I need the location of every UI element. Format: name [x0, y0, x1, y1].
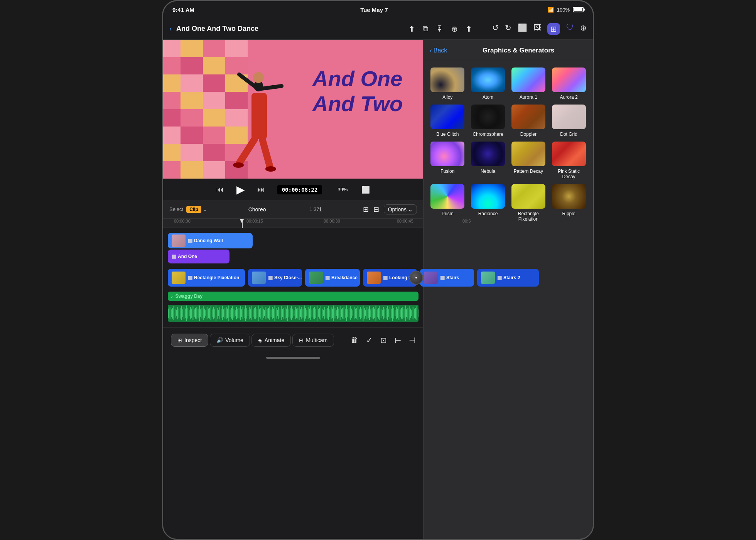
gen-item-pink-static[interactable]: Pink Static Decay	[551, 142, 587, 179]
gen-item-doppler[interactable]: Doppler	[511, 105, 547, 137]
split-icon[interactable]: ⊟	[373, 205, 379, 214]
gen-item-pattern-decay[interactable]: Pattern Decay	[511, 142, 547, 179]
video-preview: And One And Two	[163, 40, 423, 179]
svg-rect-232	[409, 306, 410, 320]
panel-back-button[interactable]: ‹ Back	[430, 47, 447, 54]
svg-rect-10	[181, 74, 203, 92]
svg-rect-71	[203, 306, 204, 320]
stairs-clip[interactable]: ⬜ Stairs	[420, 269, 474, 287]
svg-rect-57	[185, 309, 186, 318]
rect-pix-clip[interactable]: ⬜ Rectangle Pixelation	[168, 269, 245, 287]
delete-icon[interactable]: 🗑	[351, 336, 358, 344]
gen-item-dot-grid[interactable]: Dot Grid	[551, 105, 587, 137]
gen-item-rect-pix[interactable]: Rectangle Pixelation	[511, 184, 547, 222]
svg-rect-121	[267, 309, 268, 318]
gen-item-atom[interactable]: Atom	[470, 68, 506, 100]
volume-label: Volume	[225, 337, 243, 343]
confirm-icon[interactable]: ✓	[366, 336, 373, 345]
svg-rect-122	[268, 308, 269, 319]
share-icon[interactable]: ⬆	[466, 24, 472, 34]
skip-forward-button[interactable]: ⏭	[257, 185, 265, 194]
gen-item-blue-glitch[interactable]: Blue Glitch	[430, 105, 466, 137]
upload-icon[interactable]: ⬆	[408, 24, 415, 34]
options-button[interactable]: Options ⌄	[384, 204, 417, 214]
inspect-button[interactable]: ⊞ Inspect	[171, 334, 208, 347]
svg-rect-114	[258, 305, 258, 321]
svg-rect-181	[344, 307, 344, 319]
audio-note-icon: ♪	[171, 294, 173, 299]
svg-rect-141	[292, 309, 293, 318]
screen-icon[interactable]: ⧉	[423, 24, 428, 33]
svg-rect-2	[181, 40, 203, 57]
svg-rect-162	[319, 308, 320, 319]
gen-item-fusion[interactable]: Fusion	[430, 142, 466, 179]
aspect-icon[interactable]: ⬜	[361, 186, 370, 194]
trim-icon[interactable]: ⊞	[363, 205, 369, 214]
svg-rect-70	[202, 308, 202, 319]
svg-rect-135	[285, 307, 285, 319]
playback-controls: ⏮ ▶ ⏭ 00:00:08:22 39% ⬜	[163, 179, 423, 200]
stairs2-icon: ⬜	[497, 276, 502, 280]
svg-rect-46	[171, 309, 172, 317]
protect-icon[interactable]: 🛡	[566, 23, 574, 35]
play-button[interactable]: ▶	[236, 183, 245, 196]
svg-rect-221	[395, 310, 395, 316]
mic-icon[interactable]: 🎙	[436, 24, 444, 33]
right-panel: ‹ Back Graphics & Generators Alloy Atom …	[423, 40, 593, 539]
and-one-clip[interactable]: ⬜ And One	[168, 250, 230, 263]
looking-up-clip[interactable]: ⬜ Looking Up	[363, 269, 417, 287]
svg-rect-188	[353, 310, 353, 316]
redo-icon[interactable]: ↻	[505, 23, 511, 35]
svg-rect-124	[271, 309, 272, 317]
generators-icon[interactable]: ⊞	[547, 23, 560, 35]
more-options-icon[interactable]: ⊕	[580, 23, 587, 35]
gen-item-aurora2[interactable]: Aurora 2	[551, 68, 587, 100]
svg-rect-158	[314, 307, 315, 319]
volume-button[interactable]: 🔊 Volume	[210, 334, 250, 347]
svg-rect-152	[306, 310, 307, 316]
stairs2-clip[interactable]: ⬜ Stairs 2	[477, 269, 539, 287]
svg-rect-56	[184, 307, 184, 319]
trim-left-icon[interactable]: ⊡	[380, 336, 387, 345]
svg-rect-175	[336, 310, 337, 316]
svg-rect-84	[219, 307, 220, 319]
svg-rect-127	[275, 305, 275, 321]
animate-button[interactable]: ◈ Animate	[251, 334, 291, 347]
breakdance-clip[interactable]: ⬜ Breakdance	[305, 269, 360, 287]
svg-rect-143	[295, 307, 296, 319]
clip-dropdown-icon[interactable]: ⌄	[203, 206, 207, 212]
svg-rect-74	[207, 307, 208, 319]
multicam-button[interactable]: ⊟ Multicam	[292, 334, 334, 347]
svg-rect-234	[411, 310, 412, 316]
split-icon[interactable]: ⊢	[395, 336, 401, 345]
magic-icon[interactable]: ⊛	[451, 24, 458, 34]
sky-close-clip[interactable]: ⬜ Sky Close-...	[248, 269, 302, 287]
options-label: Options	[388, 206, 407, 213]
gen-item-prism[interactable]: Prism	[430, 184, 466, 222]
gen-item-chromosphere[interactable]: Chromosphere	[470, 105, 506, 137]
gen-item-alloy[interactable]: Alloy	[430, 68, 466, 100]
gen-item-radiance[interactable]: Radiance	[470, 184, 506, 222]
photos-icon[interactable]: 🖼	[533, 23, 541, 35]
info-icon[interactable]: ℹ	[319, 206, 322, 213]
svg-rect-220	[393, 308, 394, 319]
trim-right-icon[interactable]: ⊣	[409, 336, 415, 345]
skip-back-button[interactable]: ⏮	[216, 185, 224, 194]
timeline-ruler: 00:00:00 00:00:15 00:00:30 00:00:45 00:5	[163, 219, 423, 228]
back-button[interactable]: ‹	[169, 25, 172, 33]
svg-rect-214	[386, 308, 386, 319]
gen-item-ripple[interactable]: Ripple	[551, 184, 587, 222]
undo-icon[interactable]: ↺	[492, 23, 499, 35]
gen-item-nebula[interactable]: Nebula	[470, 142, 506, 179]
svg-rect-92	[230, 309, 231, 317]
svg-rect-9	[163, 74, 181, 92]
volume-knob[interactable]	[409, 271, 423, 285]
gen-item-aurora1[interactable]: Aurora 1	[511, 68, 547, 100]
timecode-display: 00:00:08:22	[277, 185, 322, 194]
svg-rect-8	[225, 57, 248, 74]
svg-rect-79	[213, 307, 214, 319]
svg-rect-22	[181, 127, 203, 144]
inspect-icon: ⊞	[177, 337, 182, 343]
media-library-icon[interactable]: ⬜	[518, 23, 527, 35]
dancing-wall-clip[interactable]: ⬜ Dancing Wall	[168, 233, 253, 248]
